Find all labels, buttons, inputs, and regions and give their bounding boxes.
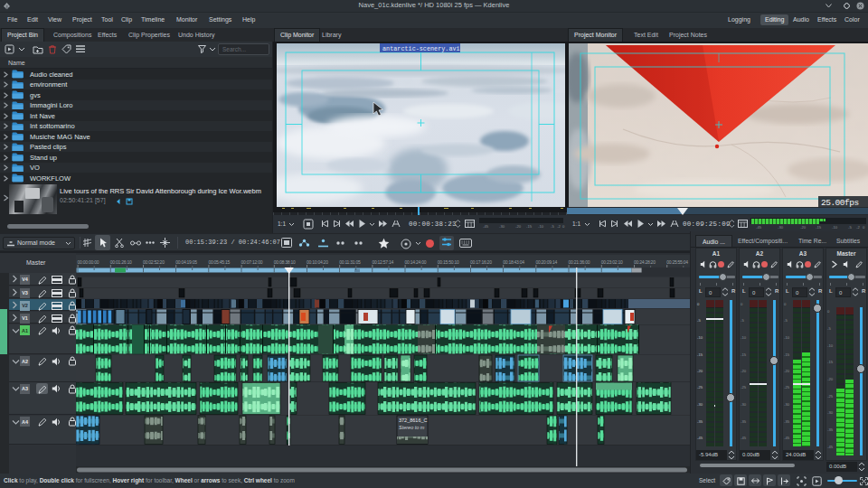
svg-text:00:23:02:10: 00:23:02:10 xyxy=(601,259,623,265)
svg-text:00:17:16:20: 00:17:16:20 xyxy=(470,259,492,265)
svg-text:25.00fps: 25.00fps xyxy=(821,198,859,208)
svg-text:00:01:26:10: 00:01:26:10 xyxy=(110,259,132,265)
svg-text:00:24:28:20: 00:24:28:20 xyxy=(634,259,656,265)
svg-text:00:07:12:00: 00:07:12:00 xyxy=(241,259,263,265)
svg-text:00:25:55:04: 00:25:55:04 xyxy=(666,259,688,265)
svg-text:00:04:19:05: 00:04:19:05 xyxy=(175,259,197,265)
svg-text:00:11:31:05: 00:11:31:05 xyxy=(339,259,361,265)
svg-text:00:21:36:00: 00:21:36:00 xyxy=(569,259,590,265)
svg-text:antarctic-scenery.avi: antarctic-scenery.avi xyxy=(382,45,460,52)
svg-text:372_8616_C: 372_8616_C xyxy=(399,418,428,423)
svg-text:00:10:04:20: 00:10:04:20 xyxy=(307,259,328,265)
svg-text:Stereo to m: Stereo to m xyxy=(399,425,425,430)
svg-text:00:00:00:00: 00:00:00:00 xyxy=(78,259,99,265)
svg-text:00:08:38:10: 00:08:38:10 xyxy=(274,259,296,265)
svg-text:00:20:09:14: 00:20:09:14 xyxy=(535,259,557,265)
svg-text:00:18:43:04: 00:18:43:04 xyxy=(503,259,524,265)
svg-text:00:15:50:10: 00:15:50:10 xyxy=(438,259,459,265)
svg-text:00:14:24:00: 00:14:24:00 xyxy=(405,259,427,265)
svg-text:00:12:57:14: 00:12:57:14 xyxy=(372,259,393,265)
svg-text:00:02:52:20: 00:02:52:20 xyxy=(143,259,165,265)
svg-text:00:05:45:15: 00:05:45:15 xyxy=(208,259,230,265)
